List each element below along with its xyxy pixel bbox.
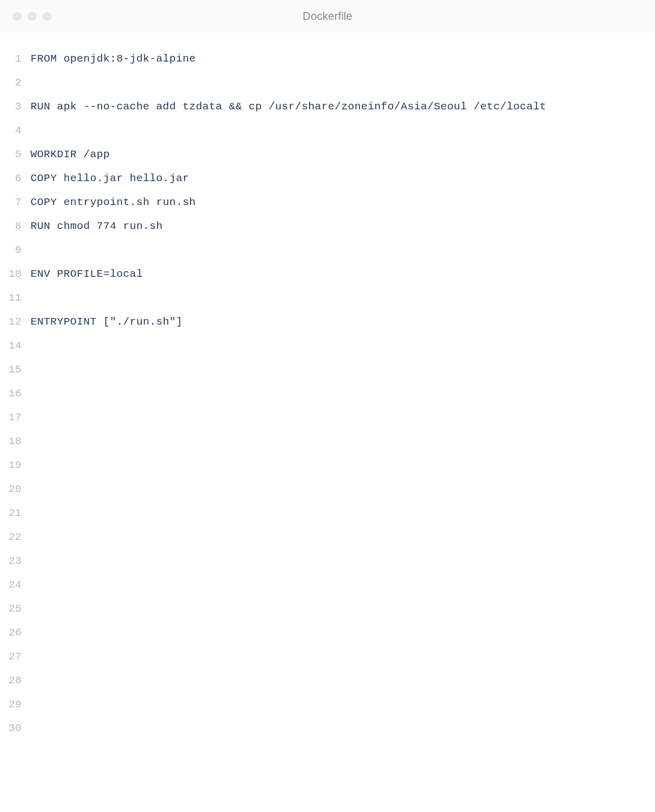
code-line[interactable]: 1FROM openjdk:8-jdk-alpine xyxy=(0,47,655,71)
code-line[interactable]: 11 xyxy=(0,286,655,310)
close-icon[interactable] xyxy=(12,12,21,21)
line-number: 15 xyxy=(0,358,31,382)
line-number: 19 xyxy=(0,453,31,477)
line-number: 9 xyxy=(0,238,31,262)
maximize-icon[interactable] xyxy=(43,12,52,21)
code-line[interactable]: 22 xyxy=(0,525,655,549)
code-line[interactable]: 14 xyxy=(0,334,655,358)
line-number: 11 xyxy=(0,286,31,310)
line-number: 3 xyxy=(0,95,31,119)
code-content[interactable]: COPY hello.jar hello.jar xyxy=(31,166,189,190)
code-line[interactable]: 24 xyxy=(0,573,655,597)
line-number: 14 xyxy=(0,334,31,358)
minimize-icon[interactable] xyxy=(27,12,37,21)
code-line[interactable]: 2 xyxy=(0,71,655,95)
code-content[interactable]: WORKDIR /app xyxy=(31,142,110,166)
code-line[interactable]: 8RUN chmod 774 run.sh xyxy=(0,214,655,238)
code-line[interactable]: 6COPY hello.jar hello.jar xyxy=(0,166,655,190)
code-line[interactable]: 21 xyxy=(0,501,655,525)
code-line[interactable]: 23 xyxy=(0,549,655,573)
line-number: 23 xyxy=(0,549,31,573)
code-content[interactable]: ENV PROFILE=local xyxy=(31,262,143,286)
code-line[interactable]: 25 xyxy=(0,597,655,621)
line-number: 7 xyxy=(0,190,31,214)
line-number: 29 xyxy=(0,692,31,716)
code-content[interactable]: RUN apk --no-cache add tzdata && cp /usr… xyxy=(31,95,546,119)
code-line[interactable]: 20 xyxy=(0,477,655,501)
line-number: 26 xyxy=(0,621,31,645)
code-line[interactable]: 15 xyxy=(0,358,655,382)
line-number: 8 xyxy=(0,214,31,238)
line-number: 5 xyxy=(0,142,31,166)
line-number: 27 xyxy=(0,645,31,669)
line-number: 28 xyxy=(0,669,31,692)
line-number: 2 xyxy=(0,71,31,95)
line-number: 24 xyxy=(0,573,31,597)
line-number: 1 xyxy=(0,47,31,71)
line-number: 17 xyxy=(0,405,31,429)
code-line[interactable]: 30 xyxy=(0,716,655,740)
line-number: 4 xyxy=(0,119,31,142)
line-number: 30 xyxy=(0,716,31,740)
code-line[interactable]: 7COPY entrypoint.sh run.sh xyxy=(0,190,655,214)
code-line[interactable]: 10ENV PROFILE=local xyxy=(0,262,655,286)
code-line[interactable]: 19 xyxy=(0,453,655,477)
code-line[interactable]: 16 xyxy=(0,382,655,405)
titlebar[interactable]: Dockerfile xyxy=(0,0,655,33)
line-number: 25 xyxy=(0,597,31,621)
line-number: 6 xyxy=(0,166,31,190)
code-line[interactable]: 28 xyxy=(0,669,655,692)
code-line[interactable]: 27 xyxy=(0,645,655,669)
code-line[interactable]: 3RUN apk --no-cache add tzdata && cp /us… xyxy=(0,95,655,119)
code-line[interactable]: 29 xyxy=(0,692,655,716)
code-content[interactable]: ENTRYPOINT ["./run.sh"] xyxy=(31,310,183,334)
code-content[interactable]: RUN chmod 774 run.sh xyxy=(31,214,163,238)
line-number: 10 xyxy=(0,262,31,286)
code-content[interactable]: FROM openjdk:8-jdk-alpine xyxy=(31,47,196,71)
line-number: 22 xyxy=(0,525,31,549)
code-editor[interactable]: 1FROM openjdk:8-jdk-alpine23RUN apk --no… xyxy=(0,33,655,812)
line-number: 12 xyxy=(0,310,31,334)
editor-window: Dockerfile 1FROM openjdk:8-jdk-alpine23R… xyxy=(0,0,655,812)
code-line[interactable]: 4 xyxy=(0,119,655,142)
code-line[interactable]: 26 xyxy=(0,621,655,645)
line-number: 18 xyxy=(0,429,31,453)
code-line[interactable]: 5WORKDIR /app xyxy=(0,142,655,166)
line-number: 21 xyxy=(0,501,31,525)
code-content[interactable]: COPY entrypoint.sh run.sh xyxy=(31,190,196,214)
line-number: 16 xyxy=(0,382,31,405)
line-number: 20 xyxy=(0,477,31,501)
code-line[interactable]: 18 xyxy=(0,429,655,453)
window-controls xyxy=(12,12,52,21)
window-title: Dockerfile xyxy=(303,10,352,23)
code-line[interactable]: 12ENTRYPOINT ["./run.sh"] xyxy=(0,310,655,334)
code-line[interactable]: 9 xyxy=(0,238,655,262)
code-line[interactable]: 17 xyxy=(0,405,655,429)
